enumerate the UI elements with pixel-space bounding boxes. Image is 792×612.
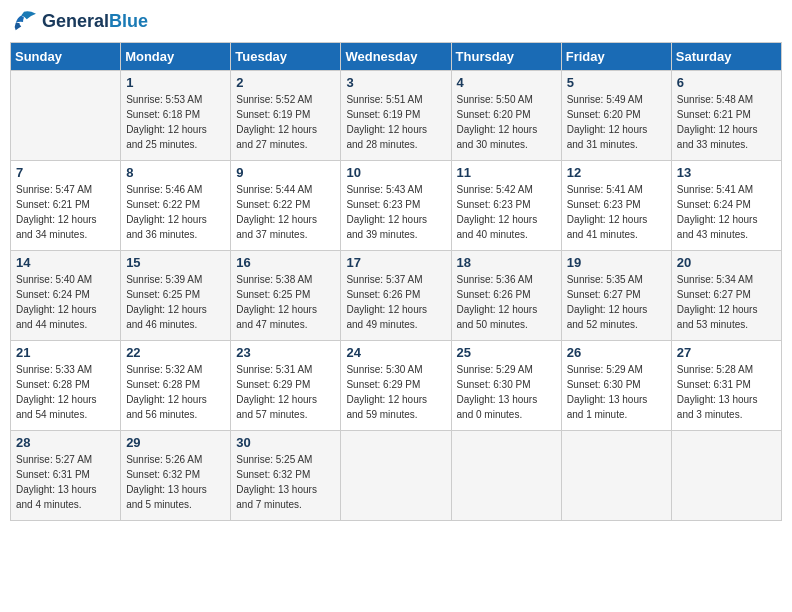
calendar-cell: 23Sunrise: 5:31 AMSunset: 6:29 PMDayligh… [231, 341, 341, 431]
calendar-cell: 27Sunrise: 5:28 AMSunset: 6:31 PMDayligh… [671, 341, 781, 431]
page-header: GeneralBlue [10, 10, 782, 34]
day-number: 23 [236, 345, 335, 360]
calendar-cell: 14Sunrise: 5:40 AMSunset: 6:24 PMDayligh… [11, 251, 121, 341]
calendar-cell: 10Sunrise: 5:43 AMSunset: 6:23 PMDayligh… [341, 161, 451, 251]
day-number: 3 [346, 75, 445, 90]
calendar-cell: 19Sunrise: 5:35 AMSunset: 6:27 PMDayligh… [561, 251, 671, 341]
day-info: Sunrise: 5:33 AMSunset: 6:28 PMDaylight:… [16, 362, 115, 422]
calendar-cell: 16Sunrise: 5:38 AMSunset: 6:25 PMDayligh… [231, 251, 341, 341]
calendar-cell [341, 431, 451, 521]
day-number: 30 [236, 435, 335, 450]
calendar-cell: 9Sunrise: 5:44 AMSunset: 6:22 PMDaylight… [231, 161, 341, 251]
day-info: Sunrise: 5:32 AMSunset: 6:28 PMDaylight:… [126, 362, 225, 422]
day-info: Sunrise: 5:28 AMSunset: 6:31 PMDaylight:… [677, 362, 776, 422]
day-info: Sunrise: 5:46 AMSunset: 6:22 PMDaylight:… [126, 182, 225, 242]
day-number: 19 [567, 255, 666, 270]
calendar-cell: 15Sunrise: 5:39 AMSunset: 6:25 PMDayligh… [121, 251, 231, 341]
weekday-header-tuesday: Tuesday [231, 43, 341, 71]
day-info: Sunrise: 5:27 AMSunset: 6:31 PMDaylight:… [16, 452, 115, 512]
calendar-cell: 6Sunrise: 5:48 AMSunset: 6:21 PMDaylight… [671, 71, 781, 161]
day-info: Sunrise: 5:50 AMSunset: 6:20 PMDaylight:… [457, 92, 556, 152]
day-info: Sunrise: 5:40 AMSunset: 6:24 PMDaylight:… [16, 272, 115, 332]
day-number: 28 [16, 435, 115, 450]
day-number: 11 [457, 165, 556, 180]
day-info: Sunrise: 5:48 AMSunset: 6:21 PMDaylight:… [677, 92, 776, 152]
calendar-cell [561, 431, 671, 521]
calendar-cell: 7Sunrise: 5:47 AMSunset: 6:21 PMDaylight… [11, 161, 121, 251]
day-info: Sunrise: 5:38 AMSunset: 6:25 PMDaylight:… [236, 272, 335, 332]
calendar-cell: 30Sunrise: 5:25 AMSunset: 6:32 PMDayligh… [231, 431, 341, 521]
calendar-cell [671, 431, 781, 521]
day-info: Sunrise: 5:43 AMSunset: 6:23 PMDaylight:… [346, 182, 445, 242]
day-number: 12 [567, 165, 666, 180]
calendar-cell: 1Sunrise: 5:53 AMSunset: 6:18 PMDaylight… [121, 71, 231, 161]
calendar-cell: 25Sunrise: 5:29 AMSunset: 6:30 PMDayligh… [451, 341, 561, 431]
weekday-header-saturday: Saturday [671, 43, 781, 71]
calendar-cell: 29Sunrise: 5:26 AMSunset: 6:32 PMDayligh… [121, 431, 231, 521]
calendar-cell: 3Sunrise: 5:51 AMSunset: 6:19 PMDaylight… [341, 71, 451, 161]
day-info: Sunrise: 5:53 AMSunset: 6:18 PMDaylight:… [126, 92, 225, 152]
day-info: Sunrise: 5:44 AMSunset: 6:22 PMDaylight:… [236, 182, 335, 242]
day-number: 18 [457, 255, 556, 270]
calendar-cell: 21Sunrise: 5:33 AMSunset: 6:28 PMDayligh… [11, 341, 121, 431]
day-number: 6 [677, 75, 776, 90]
weekday-header-friday: Friday [561, 43, 671, 71]
calendar-cell: 17Sunrise: 5:37 AMSunset: 6:26 PMDayligh… [341, 251, 451, 341]
day-info: Sunrise: 5:51 AMSunset: 6:19 PMDaylight:… [346, 92, 445, 152]
day-number: 4 [457, 75, 556, 90]
weekday-header-thursday: Thursday [451, 43, 561, 71]
weekday-header-monday: Monday [121, 43, 231, 71]
day-info: Sunrise: 5:29 AMSunset: 6:30 PMDaylight:… [457, 362, 556, 422]
calendar-cell: 4Sunrise: 5:50 AMSunset: 6:20 PMDaylight… [451, 71, 561, 161]
day-number: 10 [346, 165, 445, 180]
day-info: Sunrise: 5:36 AMSunset: 6:26 PMDaylight:… [457, 272, 556, 332]
day-number: 20 [677, 255, 776, 270]
calendar-cell: 20Sunrise: 5:34 AMSunset: 6:27 PMDayligh… [671, 251, 781, 341]
calendar-cell: 24Sunrise: 5:30 AMSunset: 6:29 PMDayligh… [341, 341, 451, 431]
weekday-header-sunday: Sunday [11, 43, 121, 71]
day-info: Sunrise: 5:52 AMSunset: 6:19 PMDaylight:… [236, 92, 335, 152]
calendar-cell: 11Sunrise: 5:42 AMSunset: 6:23 PMDayligh… [451, 161, 561, 251]
day-number: 5 [567, 75, 666, 90]
day-number: 25 [457, 345, 556, 360]
day-number: 21 [16, 345, 115, 360]
day-number: 24 [346, 345, 445, 360]
day-number: 22 [126, 345, 225, 360]
weekday-header-row: SundayMondayTuesdayWednesdayThursdayFrid… [11, 43, 782, 71]
day-number: 14 [16, 255, 115, 270]
calendar-week-row: 7Sunrise: 5:47 AMSunset: 6:21 PMDaylight… [11, 161, 782, 251]
day-info: Sunrise: 5:41 AMSunset: 6:24 PMDaylight:… [677, 182, 776, 242]
day-info: Sunrise: 5:41 AMSunset: 6:23 PMDaylight:… [567, 182, 666, 242]
calendar-cell [11, 71, 121, 161]
calendar-cell: 12Sunrise: 5:41 AMSunset: 6:23 PMDayligh… [561, 161, 671, 251]
day-info: Sunrise: 5:25 AMSunset: 6:32 PMDaylight:… [236, 452, 335, 512]
day-number: 13 [677, 165, 776, 180]
calendar-table: SundayMondayTuesdayWednesdayThursdayFrid… [10, 42, 782, 521]
calendar-cell: 22Sunrise: 5:32 AMSunset: 6:28 PMDayligh… [121, 341, 231, 431]
logo: GeneralBlue [10, 10, 148, 34]
day-info: Sunrise: 5:47 AMSunset: 6:21 PMDaylight:… [16, 182, 115, 242]
logo-icon [10, 10, 38, 34]
day-number: 2 [236, 75, 335, 90]
calendar-cell: 2Sunrise: 5:52 AMSunset: 6:19 PMDaylight… [231, 71, 341, 161]
day-number: 15 [126, 255, 225, 270]
day-number: 17 [346, 255, 445, 270]
calendar-cell: 18Sunrise: 5:36 AMSunset: 6:26 PMDayligh… [451, 251, 561, 341]
day-number: 16 [236, 255, 335, 270]
day-info: Sunrise: 5:42 AMSunset: 6:23 PMDaylight:… [457, 182, 556, 242]
day-number: 29 [126, 435, 225, 450]
day-info: Sunrise: 5:29 AMSunset: 6:30 PMDaylight:… [567, 362, 666, 422]
calendar-week-row: 21Sunrise: 5:33 AMSunset: 6:28 PMDayligh… [11, 341, 782, 431]
day-info: Sunrise: 5:34 AMSunset: 6:27 PMDaylight:… [677, 272, 776, 332]
day-number: 9 [236, 165, 335, 180]
calendar-week-row: 28Sunrise: 5:27 AMSunset: 6:31 PMDayligh… [11, 431, 782, 521]
day-info: Sunrise: 5:30 AMSunset: 6:29 PMDaylight:… [346, 362, 445, 422]
day-info: Sunrise: 5:37 AMSunset: 6:26 PMDaylight:… [346, 272, 445, 332]
day-number: 7 [16, 165, 115, 180]
calendar-week-row: 1Sunrise: 5:53 AMSunset: 6:18 PMDaylight… [11, 71, 782, 161]
weekday-header-wednesday: Wednesday [341, 43, 451, 71]
calendar-week-row: 14Sunrise: 5:40 AMSunset: 6:24 PMDayligh… [11, 251, 782, 341]
day-info: Sunrise: 5:39 AMSunset: 6:25 PMDaylight:… [126, 272, 225, 332]
calendar-cell: 28Sunrise: 5:27 AMSunset: 6:31 PMDayligh… [11, 431, 121, 521]
day-info: Sunrise: 5:49 AMSunset: 6:20 PMDaylight:… [567, 92, 666, 152]
